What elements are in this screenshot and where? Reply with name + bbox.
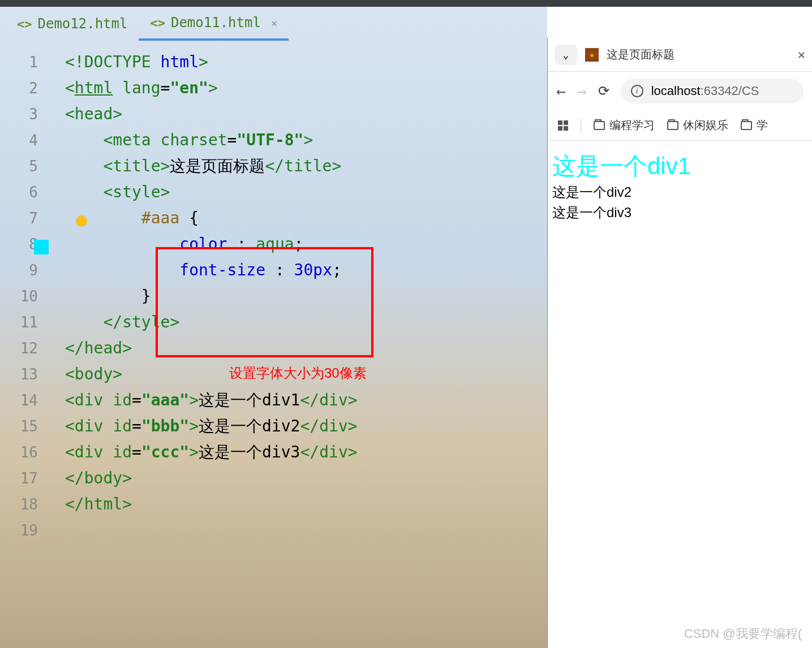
tab-demo12[interactable]: <> Demo12.html [6,7,139,41]
tab-demo11[interactable]: <> Demo11.html ✕ [139,7,288,41]
title-bar [0,0,812,7]
code-line: #aaa { [54,205,547,231]
code-line: <div id="aaa">这是一个div1</div> [54,387,547,413]
code-line: </body> [54,465,547,491]
line-number: 5 [0,153,54,179]
collapse-button[interactable]: ⌄ [555,45,577,65]
tabs-row: <> Demo12.html <> Demo11.html ✕ [0,7,547,41]
gutter-marker [34,240,49,254]
line-number: 11 [0,309,54,335]
editor-panel: <> Demo12.html <> Demo11.html ✕ 1 2 3 4 … [0,7,547,648]
code-content[interactable]: <!DOCTYPE html> <html lang="en"> <head> … [54,41,547,648]
code-line: </head> [54,335,547,361]
nav-toolbar: ← → ⟳ i localhost:63342/CS [548,72,812,110]
line-number: 7 [0,205,54,231]
line-number: 12 [0,335,54,361]
folder-icon [667,121,678,130]
browser-panel: ⌄ ★ 这是页面标题 ✕ ← → ⟳ i localhost:63342/CS … [547,38,812,648]
code-line: <style> [54,179,547,205]
code-line: <head> [54,101,547,127]
folder-icon [741,121,752,130]
code-line: <title>这是页面标题</title> [54,153,547,179]
code-line: </html> [54,491,547,517]
line-number: 19 [0,517,54,543]
line-number: 16 [0,439,54,465]
line-number: 18 [0,491,54,517]
div3-output: 这是一个div3 [552,202,807,223]
annotation-text: 设置字体大小为30像素 [229,364,367,382]
chevron-down-icon: ⌄ [563,49,569,61]
code-line: <!DOCTYPE html> [54,49,547,75]
close-tab-button[interactable]: ✕ [798,47,805,62]
gutter: 1 2 3 4 5 6 7 8 9 10 11 12 13 14 15 16 1… [0,41,54,648]
forward-button[interactable]: → [577,82,587,101]
watermark: CSDN @我要学编程( [684,625,802,642]
line-number: 4 [0,127,54,153]
line-number: 1 [0,49,54,75]
html-file-icon: <> [150,16,165,30]
rendered-page: 这是一个div1 这是一个div2 这是一个div3 [548,141,812,233]
folder-icon [594,121,605,130]
close-icon[interactable]: ✕ [271,17,277,29]
code-area: 1 2 3 4 5 6 7 8 9 10 11 12 13 14 15 16 1… [0,41,547,648]
code-line: <div id="ccc">这是一个div3</div> [54,439,547,465]
page-title: 这是页面标题 [607,47,790,62]
main-container: <> Demo12.html <> Demo11.html ✕ 1 2 3 4 … [0,7,812,648]
div1-output: 这是一个div1 [552,151,807,182]
code-line: <div id="bbb">这是一个div2</div> [54,413,547,439]
bookmark-folder[interactable]: 学 [741,118,768,133]
bookmark-folder[interactable]: 编程学习 [594,118,655,133]
code-line: <html lang="en"> [54,75,547,101]
html-file-icon: <> [17,17,32,31]
browser-tab-bar: ⌄ ★ 这是页面标题 ✕ [548,38,812,72]
code-line: color : aqua; [54,231,547,257]
reload-button[interactable]: ⟳ [598,83,609,99]
bookmark-folder[interactable]: 休闲娱乐 [667,118,728,133]
tab-label: Demo12.html [38,16,128,32]
back-button[interactable]: ← [556,82,566,101]
line-number: 13 [0,361,54,387]
code-line: </style> [54,309,547,335]
bookmarks-bar: 编程学习 休闲娱乐 学 [548,110,812,141]
line-number: 9 [0,257,54,283]
line-number: 6 [0,179,54,205]
code-line: font-size : 30px; [54,257,547,283]
line-number: 3 [0,101,54,127]
address-bar[interactable]: i localhost:63342/CS [621,79,804,103]
line-number: 10 [0,283,54,309]
url-text: localhost:63342/CS [651,84,759,98]
code-line: <meta charset="UTF-8"> [54,127,547,153]
line-number: 15 [0,413,54,439]
divider [581,119,581,132]
apps-icon[interactable] [558,120,568,131]
line-number: 14 [0,387,54,413]
tab-label: Demo11.html [171,15,261,31]
line-number: 2 [0,75,54,101]
favicon-icon: ★ [585,48,599,62]
bulb-icon[interactable] [76,216,87,226]
code-line: } [54,283,547,309]
div2-output: 这是一个div2 [552,182,807,202]
info-icon[interactable]: i [631,85,643,97]
line-number: 17 [0,465,54,491]
